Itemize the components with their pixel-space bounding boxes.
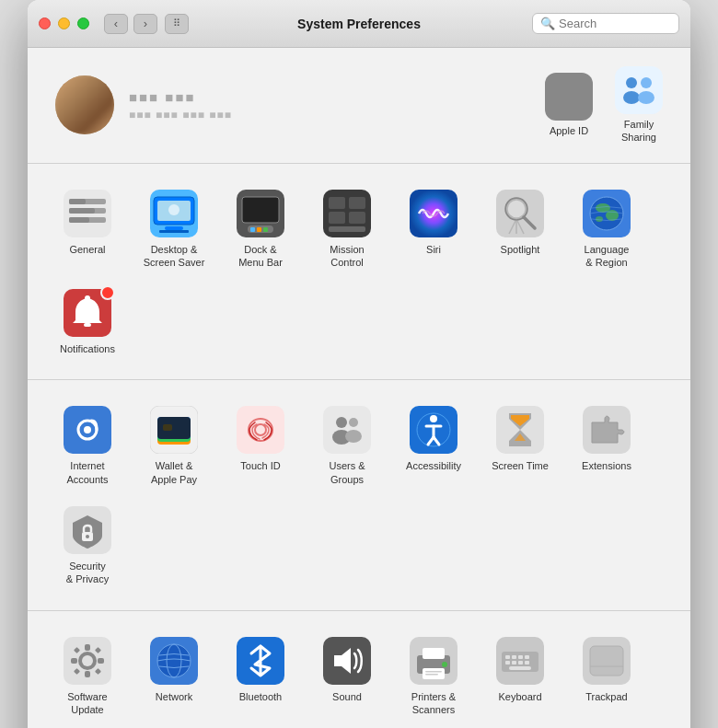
siri-label: Siri xyxy=(426,243,441,256)
svg-point-77 xyxy=(82,655,93,666)
svg-point-3 xyxy=(623,91,640,104)
trackpad-item[interactable]: Trackpad xyxy=(565,628,648,724)
spotlight-item[interactable]: Spotlight xyxy=(479,180,562,277)
sound-icon xyxy=(323,637,371,685)
family-sharing-item[interactable]: FamilySharing xyxy=(615,66,663,144)
svg-rect-98 xyxy=(425,671,442,673)
section-1-grid: General Desktop &Screen Saver xyxy=(46,180,672,364)
svg-rect-67 xyxy=(496,406,544,454)
desktop-screensaver-item[interactable]: Desktop &Screen Saver xyxy=(133,180,215,277)
svg-rect-99 xyxy=(425,674,438,676)
svg-rect-108 xyxy=(518,661,523,664)
wallet-applepay-label: Wallet &Apple Pay xyxy=(151,459,197,486)
svg-rect-28 xyxy=(329,197,345,209)
network-item[interactable]: Network xyxy=(133,628,215,724)
security-privacy-item[interactable]: Security& Privacy xyxy=(46,497,129,594)
general-label: General xyxy=(69,243,105,256)
internet-accounts-item[interactable]: InternetAccounts xyxy=(46,397,129,493)
window-title: System Preferences xyxy=(297,17,421,31)
accessibility-item[interactable]: Accessibility xyxy=(392,397,475,493)
siri-item[interactable]: Siri xyxy=(392,180,475,277)
back-button[interactable]: ‹ xyxy=(104,14,128,34)
svg-rect-112 xyxy=(590,646,623,676)
bluetooth-item[interactable]: Bluetooth xyxy=(219,628,302,724)
svg-rect-109 xyxy=(525,661,529,664)
nav-buttons: ‹ › xyxy=(104,14,157,34)
content: ■■■ ■■■ ■■■ ■■■ ■■■ ■■■ Apple ID xyxy=(28,48,690,728)
extensions-icon xyxy=(583,406,631,454)
svg-rect-26 xyxy=(263,227,268,232)
svg-rect-110 xyxy=(509,666,531,670)
users-groups-item[interactable]: Users &Groups xyxy=(306,397,388,493)
bluetooth-label: Bluetooth xyxy=(239,690,282,703)
internet-accounts-label: InternetAccounts xyxy=(66,459,108,486)
users-groups-icon xyxy=(323,406,371,454)
spotlight-icon xyxy=(496,190,544,237)
dock-menubar-item[interactable]: Dock &Menu Bar xyxy=(219,180,302,277)
svg-point-2 xyxy=(626,77,637,88)
svg-rect-31 xyxy=(349,212,365,224)
section-2-grid: InternetAccounts Wallet &Apple P xyxy=(46,397,672,593)
svg-point-43 xyxy=(596,216,603,222)
family-sharing-icon xyxy=(615,66,663,114)
keyboard-item[interactable]: Keyboard xyxy=(479,628,562,724)
users-groups-label: Users &Groups xyxy=(329,459,365,486)
software-update-label: SoftwareUpdate xyxy=(67,690,107,717)
svg-rect-78 xyxy=(85,644,90,651)
svg-rect-1 xyxy=(615,66,663,114)
sound-item[interactable]: Sound xyxy=(306,628,388,724)
section-3-grid: SoftwareUpdate Network xyxy=(46,628,672,728)
general-item[interactable]: General xyxy=(46,180,129,277)
svg-rect-105 xyxy=(525,655,529,659)
avatar[interactable] xyxy=(55,75,114,134)
trackpad-icon xyxy=(583,637,631,685)
svg-rect-104 xyxy=(518,655,523,659)
svg-point-59 xyxy=(336,417,347,428)
notifications-item[interactable]: Notifications xyxy=(46,280,129,363)
keyboard-label: Keyboard xyxy=(498,690,541,703)
svg-rect-29 xyxy=(349,197,365,209)
svg-point-74 xyxy=(86,535,89,538)
touch-id-icon xyxy=(237,406,284,454)
forward-button[interactable]: › xyxy=(133,14,157,34)
search-box[interactable]: 🔍 xyxy=(532,13,679,34)
software-update-item[interactable]: SoftwareUpdate xyxy=(46,628,129,724)
svg-point-19 xyxy=(168,204,180,215)
printers-scanners-item[interactable]: Printers &Scanners xyxy=(392,628,475,724)
wallet-applepay-item[interactable]: Wallet &Apple Pay xyxy=(133,397,215,493)
svg-point-49 xyxy=(84,426,91,433)
grid-view-button[interactable]: ⠿ xyxy=(165,14,189,34)
extensions-item[interactable]: Extensions xyxy=(565,397,648,493)
svg-point-61 xyxy=(349,418,358,427)
trackpad-label: Trackpad xyxy=(585,690,627,703)
apple-id-item[interactable]: Apple ID xyxy=(545,73,593,137)
mission-control-item[interactable]: MissionControl xyxy=(306,180,388,277)
network-icon xyxy=(150,637,198,685)
spotlight-label: Spotlight xyxy=(501,243,540,256)
language-region-icon xyxy=(583,190,631,237)
language-region-item[interactable]: Language& Region xyxy=(565,180,648,277)
user-info: ■■■ ■■■ ■■■ ■■■ ■■■ ■■■ xyxy=(129,89,545,121)
svg-point-66 xyxy=(430,415,437,422)
touch-id-label: Touch ID xyxy=(240,459,280,472)
screen-time-icon xyxy=(496,406,544,454)
svg-rect-58 xyxy=(323,406,371,454)
search-input[interactable] xyxy=(559,17,671,30)
svg-point-97 xyxy=(442,662,447,667)
screen-time-item[interactable]: Screen Time xyxy=(479,397,562,493)
language-region-label: Language& Region xyxy=(585,243,630,270)
close-button[interactable] xyxy=(39,17,51,29)
touch-id-item[interactable]: Touch ID xyxy=(219,397,302,493)
dock-menubar-label: Dock &Menu Bar xyxy=(238,243,283,270)
sound-label: Sound xyxy=(332,690,362,703)
maximize-button[interactable] xyxy=(77,17,89,29)
desktop-screensaver-label: Desktop &Screen Saver xyxy=(144,243,205,270)
minimize-button[interactable] xyxy=(58,17,70,29)
general-icon xyxy=(64,190,111,237)
svg-rect-103 xyxy=(512,655,516,659)
internet-accounts-icon xyxy=(64,406,111,454)
svg-rect-79 xyxy=(85,671,90,677)
section-3: SoftwareUpdate Network xyxy=(28,611,690,728)
svg-rect-80 xyxy=(71,658,77,664)
security-privacy-label: Security& Privacy xyxy=(66,560,109,586)
